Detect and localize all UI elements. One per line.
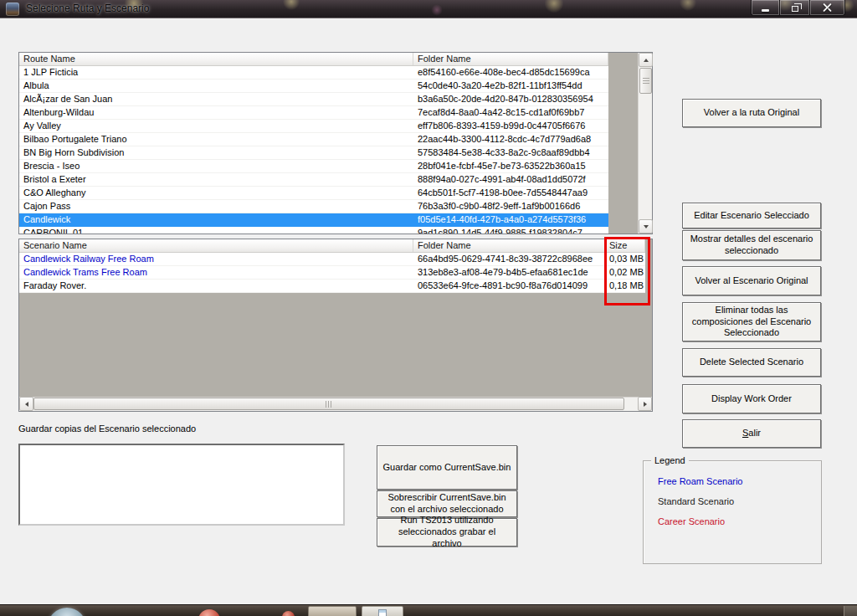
scenario-name: Candlewick Railway Free Roam bbox=[19, 253, 413, 265]
route-row[interactable]: Brescia - Iseo 28bf041e-fcbf-45e7-be73-6… bbox=[19, 160, 608, 173]
route-name: CARBONIL 01 bbox=[19, 227, 413, 234]
editar-escenario-button[interactable]: Editar Escenario Selecciado bbox=[682, 203, 821, 228]
window-title: Selecione Ruta y Escenario bbox=[26, 3, 149, 14]
route-folder: 7ecaf8d4-8aa0-4a42-8c15-cd1af0f69bb7 bbox=[413, 106, 608, 119]
route-row[interactable]: 1 JLP Ficticia e8f54160-e66e-408e-bec4-d… bbox=[19, 66, 608, 80]
taskbar-window-button[interactable] bbox=[308, 606, 357, 616]
scroll-right-button[interactable] bbox=[638, 397, 652, 411]
route-name: AlcÃ¡zar de San Juan bbox=[19, 93, 413, 105]
scenario-size: 0,02 MB bbox=[605, 266, 645, 279]
legend-item-standard: Standard Scenario bbox=[658, 496, 734, 506]
scroll-up-button[interactable] bbox=[639, 53, 653, 67]
column-header-size[interactable]: Size bbox=[605, 239, 645, 252]
scenario-size: 0,18 MB bbox=[605, 280, 645, 292]
legend-item-career: Career Scenario bbox=[658, 516, 725, 526]
route-row-selected[interactable]: Candlewick f05d5e14-40fd-427b-a4a0-a274d… bbox=[19, 213, 608, 227]
saved-copies-listbox[interactable] bbox=[18, 444, 345, 526]
scrollbar-thumb[interactable] bbox=[639, 68, 652, 94]
column-header-scenario-name[interactable]: Scenario Name bbox=[19, 239, 413, 252]
route-folder: f05d5e14-40fd-427b-a4a0-a274d5573f36 bbox=[413, 213, 608, 226]
mostrar-detalles-button[interactable]: Mostrar detalles del escenario seleccion… bbox=[682, 230, 821, 260]
red-tray-icon[interactable] bbox=[282, 611, 295, 616]
scenario-row[interactable]: Faraday Rover. 06533e64-9fce-4891-bc90-f… bbox=[19, 280, 645, 293]
scenario-list: Scenario Name Folder Name Size Candlewic… bbox=[18, 239, 653, 412]
route-row[interactable]: Altenburg-Wildau 7ecaf8d4-8aa0-4a42-8c15… bbox=[19, 106, 608, 120]
route-name: Bristol a Exeter bbox=[19, 173, 413, 186]
column-header-folder-name[interactable]: Folder Name bbox=[413, 53, 608, 65]
minimize-icon bbox=[762, 9, 769, 12]
delete-selected-scenario-button[interactable]: Delete Selected Scenario bbox=[682, 348, 821, 377]
volver-ruta-original-button[interactable]: Volver a la ruta Original bbox=[682, 99, 821, 127]
route-name: 1 JLP Ficticia bbox=[19, 66, 413, 79]
scenario-row[interactable]: Candlewick Trams Free Roam 313eb8e3-af08… bbox=[19, 266, 645, 280]
route-row[interactable]: BN Big Horn Subdivision 57583484-5e38-4c… bbox=[19, 146, 608, 160]
arrow-left-icon bbox=[25, 402, 28, 407]
legend-groupbox: Legend Free Roam Scenario Standard Scena… bbox=[643, 460, 822, 564]
route-name: Brescia - Iseo bbox=[19, 160, 413, 172]
route-list-vertical-scrollbar[interactable] bbox=[638, 53, 652, 234]
route-folder: 28bf041e-fcbf-45e7-be73-63522b360a15 bbox=[413, 160, 608, 172]
window-icon bbox=[378, 609, 387, 616]
restore-icon bbox=[792, 6, 798, 12]
save-copies-label: Guardar copias del Escenario seleccionad… bbox=[18, 424, 196, 434]
scenario-list-header: Scenario Name Folder Name Size bbox=[19, 239, 645, 253]
red-app-icon[interactable] bbox=[198, 609, 220, 616]
scroll-down-button[interactable] bbox=[639, 219, 653, 234]
scenario-name: Faraday Rover. bbox=[19, 280, 413, 292]
route-row[interactable]: Ay Valley eff7b806-8393-4159-b99d-0c4470… bbox=[19, 120, 608, 133]
scroll-left-button[interactable] bbox=[19, 397, 33, 411]
scrollbar-thumb[interactable] bbox=[33, 398, 624, 410]
route-name: C&O Alleghany bbox=[19, 187, 413, 199]
route-folder: 57583484-5e38-4c33-8a2c-9c8aaf89dbb4 bbox=[413, 146, 608, 159]
route-row[interactable]: Cajon Pass 76b3a3f0-c9b0-48f2-9eff-1af9b… bbox=[19, 200, 608, 213]
start-orb-icon[interactable] bbox=[48, 608, 86, 616]
route-list: Route Name Folder Name 1 JLP Ficticia e8… bbox=[18, 52, 653, 234]
route-folder: e8f54160-e66e-408e-bec4-d85dc15699ca bbox=[413, 66, 608, 79]
route-row[interactable]: Bilbao Portugalete Triano 22aac44b-3300-… bbox=[19, 133, 608, 146]
guardar-currentsave-button[interactable]: Guardar como CurrentSave.bin bbox=[377, 445, 517, 490]
route-row[interactable]: Bristol a Exeter 888f94a0-027c-4991-ab4f… bbox=[19, 173, 608, 187]
route-name: Cajon Pass bbox=[19, 200, 413, 213]
volver-escenario-original-button[interactable]: Volver al Escenario Original bbox=[682, 266, 821, 295]
close-icon bbox=[822, 3, 833, 13]
close-button[interactable] bbox=[809, 0, 845, 16]
route-name: Bilbao Portugalete Triano bbox=[19, 133, 413, 146]
route-folder: 22aac44b-3300-4112-8cdc-4c7d779ad6a8 bbox=[413, 133, 608, 146]
route-row[interactable]: Albula 54c0de40-3a20-4e2b-82f1-11bf13ff5… bbox=[19, 80, 608, 93]
route-folder: eff7b806-8393-4159-b99d-0c44705f6676 bbox=[413, 120, 608, 132]
eliminar-composiciones-button[interactable]: Eliminar todas las composiciones del Esc… bbox=[682, 302, 821, 341]
route-folder: 64cb501f-5cf7-4198-b0ee-7d5548447aa9 bbox=[413, 187, 608, 199]
run-ts2013-button[interactable]: Run TS2013 utilizando seleccionados grab… bbox=[377, 518, 517, 547]
scenario-folder: 313eb8e3-af08-4e79-b4b5-efaa681ec1de bbox=[413, 266, 605, 279]
minimize-button[interactable] bbox=[751, 0, 780, 16]
arrow-right-icon bbox=[644, 402, 647, 407]
route-name: Candlewick bbox=[19, 213, 413, 226]
explorer-window-button[interactable] bbox=[362, 606, 403, 616]
scenario-list-body: Candlewick Railway Free Roam 66a4bd95-06… bbox=[19, 253, 645, 293]
route-name: Albula bbox=[19, 80, 413, 92]
route-folder: 888f94a0-027c-4991-ab4f-08ad1dd5072f bbox=[413, 173, 608, 186]
restore-button[interactable] bbox=[780, 0, 809, 16]
column-header-route-name[interactable]: Route Name bbox=[19, 53, 413, 65]
display-work-order-button[interactable]: Display Work Order bbox=[682, 384, 821, 413]
salir-button[interactable]: Salir bbox=[682, 419, 821, 448]
window-controls bbox=[751, 0, 845, 16]
route-row[interactable]: C&O Alleghany 64cb501f-5cf7-4198-b0ee-7d… bbox=[19, 187, 608, 200]
route-name: Ay Valley bbox=[19, 120, 413, 132]
route-row[interactable]: AlcÃ¡zar de San Juan b3a6a50c-20de-4d20-… bbox=[19, 93, 608, 106]
scenario-folder: 66a4bd95-0629-4741-8c39-38722c8968ee bbox=[413, 253, 605, 265]
screen: Selecione Ruta y Escenario Route Name Fo… bbox=[0, 0, 857, 616]
app-icon bbox=[6, 3, 19, 16]
scenario-list-horizontal-scrollbar[interactable] bbox=[19, 397, 652, 411]
route-folder: 9ad1c890-14d5-44f9-9885-f19832804c7 bbox=[413, 227, 608, 234]
arrow-down-icon bbox=[644, 225, 649, 228]
scenario-folder: 06533e64-9fce-4891-bc90-f8a76d014099 bbox=[413, 280, 605, 292]
sobrescribir-currentsave-button[interactable]: Sobrescribir CurrentSave.bin con el arch… bbox=[377, 490, 517, 517]
show-desktop-button[interactable] bbox=[844, 606, 857, 616]
route-row-partial[interactable]: CARBONIL 01 9ad1c890-14d5-44f9-9885-f198… bbox=[19, 227, 608, 234]
dialog-client-area: Route Name Folder Name 1 JLP Ficticia e8… bbox=[0, 18, 857, 604]
column-header-folder-name[interactable]: Folder Name bbox=[413, 239, 605, 252]
route-folder: b3a6a50c-20de-4d20-847b-012830356954 bbox=[413, 93, 608, 105]
route-folder: 76b3a3f0-c9b0-48f2-9eff-1af9b00166d6 bbox=[413, 200, 608, 213]
scenario-row[interactable]: Candlewick Railway Free Roam 66a4bd95-06… bbox=[19, 253, 645, 266]
